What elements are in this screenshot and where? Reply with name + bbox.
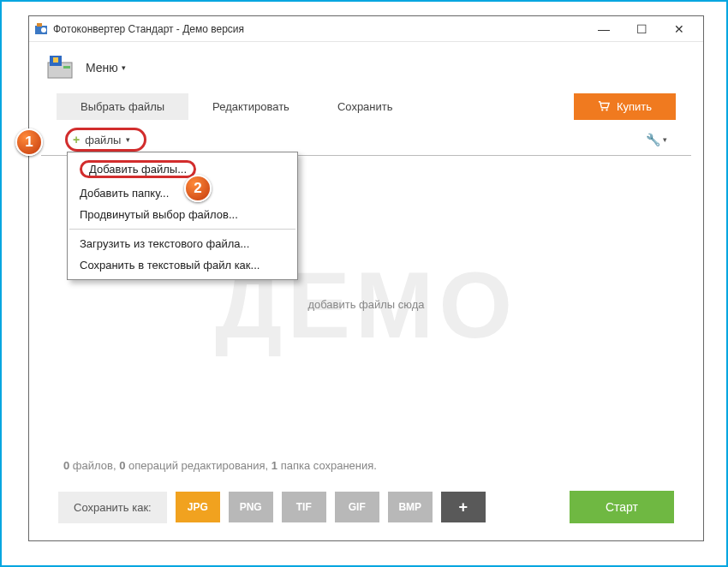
callout-2: 2 [184,175,212,202]
svg-rect-6 [63,66,70,69]
chevron-down-icon: ▾ [663,135,667,144]
files-word: файлов, [73,459,116,472]
status-bar: 0 файлов, 0 операций редактирования, 1 п… [29,452,703,479]
files-count: 0 [63,459,69,472]
cart-icon [598,100,610,112]
format-bmp-button[interactable]: BMP [388,492,433,522]
format-png-button[interactable]: PNG [229,492,273,522]
menu-bar: Меню ▾ [29,42,703,90]
save-word: папка сохранения. [281,459,377,472]
menu-separator [69,229,295,230]
window-title: Фотоконвертер Стандарт - Демо версия [53,23,585,35]
menu-load-from-txt[interactable]: Загрузить из текстового файла... [68,233,297,254]
save-as-label: Сохранить как: [58,492,167,523]
menu-add-files-highlight: Добавить файлы... [80,160,196,178]
app-logo-icon [46,54,74,81]
menu-add-folder[interactable]: Добавить папку... [68,182,297,204]
svg-point-8 [606,109,607,110]
tools-button[interactable]: 🔧 ▾ [646,133,667,146]
wrench-icon: 🔧 [646,133,660,146]
save-count: 1 [272,459,277,472]
tab-save[interactable]: Сохранить [313,93,417,120]
files-dropdown-menu: Добавить файлы... Добавить папку... Прод… [67,152,298,280]
menu-save-to-txt[interactable]: Сохранить в текстовый файл как... [68,254,297,276]
svg-point-7 [601,109,603,110]
window-controls: — ☐ ✕ [585,17,698,41]
svg-rect-5 [53,57,58,63]
format-tif-button[interactable]: TIF [282,492,326,522]
maximize-button[interactable]: ☐ [623,17,660,41]
plus-icon: + [73,133,80,146]
buy-label: Купить [617,100,652,113]
menu-advanced-select[interactable]: Продвинутый выбор файлов... [68,204,297,225]
chevron-down-icon: ▾ [126,135,130,144]
files-dropdown-button[interactable]: + файлы ▾ [65,128,146,152]
app-window: Фотоконвертер Стандарт - Демо версия — ☐… [28,15,704,541]
sub-toolbar: + файлы ▾ 🔧 ▾ Добавить файлы... Добавить… [41,122,691,156]
callout-1: 1 [15,128,43,156]
buy-button[interactable]: Купить [574,93,676,120]
app-icon [34,22,48,36]
format-add-button[interactable]: + [441,492,486,522]
tab-select-files[interactable]: Выбрать файлы [57,93,188,120]
menu-button[interactable]: Меню ▾ [86,61,126,75]
ops-count: 0 [119,459,125,472]
chevron-down-icon: ▾ [122,63,126,72]
drop-hint-text: добавить файлы сюда [307,298,424,311]
titlebar: Фотоконвертер Стандарт - Демо версия — ☐… [29,16,703,42]
start-button[interactable]: Старт [570,491,674,523]
tabs-row: Выбрать файлы Редактировать Сохранить Ку… [29,90,703,122]
bottom-bar: Сохранить как: JPG PNG TIF GIF BMP + Ста… [29,479,703,540]
menu-label-text: Меню [86,61,118,75]
tab-edit[interactable]: Редактировать [188,93,313,120]
menu-add-files[interactable]: Добавить файлы... [68,156,297,182]
format-jpg-button[interactable]: JPG [176,492,220,522]
svg-point-2 [41,27,46,33]
close-button[interactable]: ✕ [660,17,698,41]
files-button-label: файлы [85,134,121,146]
minimize-button[interactable]: — [585,17,623,41]
ops-word: операций редактирования, [128,459,268,472]
format-gif-button[interactable]: GIF [335,492,379,522]
svg-rect-1 [37,23,42,27]
